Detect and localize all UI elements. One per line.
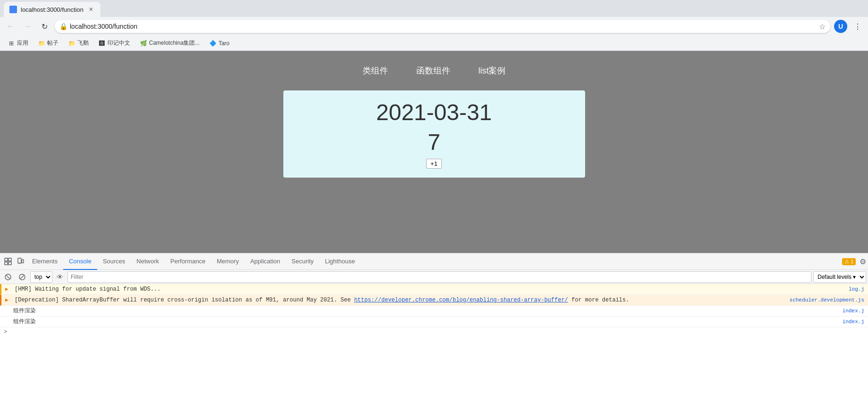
taro-icon: 🔷 <box>209 40 216 47</box>
back-button[interactable]: ← <box>4 20 17 33</box>
svg-rect-3 <box>8 262 11 265</box>
console-row-text-hmr: [HMR] Waiting for update signal from WDS… <box>15 285 845 293</box>
nav-list-case[interactable]: list案例 <box>479 65 506 76</box>
yinji-icon: 🅰 <box>98 40 106 47</box>
console-row-text-render2: 组件渲染 <box>13 318 839 326</box>
bookmark-label: 帖子 <box>47 39 58 47</box>
profile-button[interactable]: U <box>834 20 847 33</box>
deprecation-icon: ▶ <box>5 296 13 304</box>
console-row-deprecation: ▶ [Deprecation] SharedArrayBuffer will r… <box>0 295 868 306</box>
address-bar-wrapper: 🔒 ☆ <box>55 20 830 33</box>
browser-chrome: localhost:3000/function ✕ ← → ↻ 🔒 ☆ U ⋮ … <box>0 0 868 51</box>
bookmark-camelot[interactable]: 🌿 Camelotchina集团... <box>136 37 203 49</box>
bookmark-label: Camelotchina集团... <box>149 39 199 47</box>
content-card: 2021-03-31 7 +1 <box>283 90 585 178</box>
context-selector[interactable]: top <box>30 271 52 283</box>
tab-sources[interactable]: Sources <box>97 253 131 270</box>
svg-line-10 <box>20 275 25 279</box>
bookmark-label: 印记中文 <box>107 39 130 47</box>
tab-lighthouse[interactable]: Lighthouse <box>319 253 361 270</box>
svg-rect-0 <box>5 258 8 261</box>
svg-rect-5 <box>22 260 24 263</box>
console-row-hmr: ▶ [HMR] Waiting for update signal from W… <box>0 284 868 295</box>
prompt-icon: > <box>4 329 7 335</box>
tab-favicon <box>9 6 17 13</box>
console-prompt-row: > <box>0 327 868 337</box>
console-row-file-render1[interactable]: index.j <box>843 307 864 315</box>
console-content: ▶ [HMR] Waiting for update signal from W… <box>0 284 868 399</box>
date-display: 2021-03-31 <box>376 99 492 125</box>
folder-icon-2: 📁 <box>68 40 75 47</box>
tab-console[interactable]: Console <box>63 253 97 270</box>
console-row-file-render2[interactable]: index.j <box>843 318 864 326</box>
active-tab[interactable]: localhost:3000/function ✕ <box>4 2 100 17</box>
tab-memory[interactable]: Memory <box>211 253 245 270</box>
tab-security[interactable]: Security <box>286 253 319 270</box>
bookmark-apps[interactable]: ⊞ 应用 <box>4 37 32 49</box>
bookmarks-bar: ⊞ 应用 📁 帖子 📁 飞鹅 🅰 印记中文 🌿 Camelotchina集团..… <box>0 36 868 51</box>
block-requests-icon[interactable] <box>16 271 28 283</box>
devtools-tab-right: ⚠ 1 ⚙ <box>842 257 866 266</box>
tab-network[interactable]: Network <box>131 253 165 270</box>
bookmark-label: Taro <box>218 40 229 47</box>
devtools-device-icon[interactable] <box>14 255 26 268</box>
tab-close-button[interactable]: ✕ <box>87 6 95 13</box>
devtools-settings-icon[interactable]: ⚙ <box>860 257 866 266</box>
increment-button[interactable]: +1 <box>426 159 442 169</box>
svg-rect-2 <box>5 262 8 265</box>
bookmark-feihe[interactable]: 📁 飞鹅 <box>64 37 92 49</box>
svg-rect-1 <box>8 258 11 261</box>
console-row-render1: 组件渲染 index.j <box>0 306 868 317</box>
camelot-icon: 🌿 <box>140 40 147 47</box>
bookmark-taro[interactable]: 🔷 Taro <box>205 38 233 49</box>
console-row-render2: 组件渲染 index.j <box>0 317 868 327</box>
lock-icon: 🔒 <box>59 23 67 30</box>
nav-function-component[interactable]: 函数组件 <box>416 65 450 76</box>
tab-title: localhost:3000/function <box>21 6 83 13</box>
bookmark-yinjichinese[interactable]: 🅰 印记中文 <box>94 37 134 49</box>
address-bar-row: ← → ↻ 🔒 ☆ U ⋮ <box>0 17 868 36</box>
nav-menu: 类组件 函数组件 list案例 <box>363 51 506 86</box>
console-row-text-deprecation: [Deprecation] SharedArrayBuffer will req… <box>15 296 786 304</box>
nav-class-component[interactable]: 类组件 <box>363 65 388 76</box>
count-display: 7 <box>428 129 440 155</box>
devtools-panel: Elements Console Sources Network Perform… <box>0 253 868 399</box>
svg-line-8 <box>6 275 10 279</box>
tab-bar: localhost:3000/function ✕ <box>0 0 868 17</box>
bookmark-posts[interactable]: 📁 帖子 <box>34 37 62 49</box>
warning-badge: ⚠ 1 <box>842 258 856 265</box>
tab-application[interactable]: Application <box>245 253 286 270</box>
page-content: 类组件 函数组件 list案例 2021-03-31 7 +1 <box>0 51 868 253</box>
clear-console-icon[interactable] <box>2 271 14 283</box>
folder-icon: 📁 <box>38 40 45 47</box>
deprecation-link[interactable]: https://developer.chrome.com/blog/enabli… <box>354 297 568 303</box>
filter-input[interactable] <box>67 271 811 283</box>
svg-point-6 <box>19 262 20 263</box>
star-icon[interactable]: ☆ <box>819 22 826 31</box>
eye-icon[interactable]: 👁 <box>54 271 66 283</box>
console-row-file-hmr[interactable]: log.j <box>849 285 864 293</box>
bookmark-label: 应用 <box>17 39 28 47</box>
forward-button[interactable]: → <box>21 20 34 33</box>
menu-button[interactable]: ⋮ <box>851 20 864 33</box>
tab-elements[interactable]: Elements <box>26 253 63 270</box>
devtools-tab-bar: Elements Console Sources Network Perform… <box>0 253 868 270</box>
console-row-text-render1: 组件渲染 <box>13 307 839 315</box>
apps-icon: ⊞ <box>8 40 15 47</box>
tab-performance[interactable]: Performance <box>165 253 211 270</box>
console-toolbar: top 👁 Default levels ▾ <box>0 270 868 284</box>
level-selector[interactable]: Default levels ▾ <box>813 271 866 283</box>
warning-triangle-icon: ▶ <box>5 285 13 293</box>
console-row-file-dep[interactable]: scheduler.development.js <box>790 296 864 304</box>
bookmark-label: 飞鹅 <box>77 39 89 47</box>
address-input[interactable] <box>55 20 830 33</box>
devtools-inspect-icon[interactable] <box>2 255 14 268</box>
reload-button[interactable]: ↻ <box>38 20 51 33</box>
